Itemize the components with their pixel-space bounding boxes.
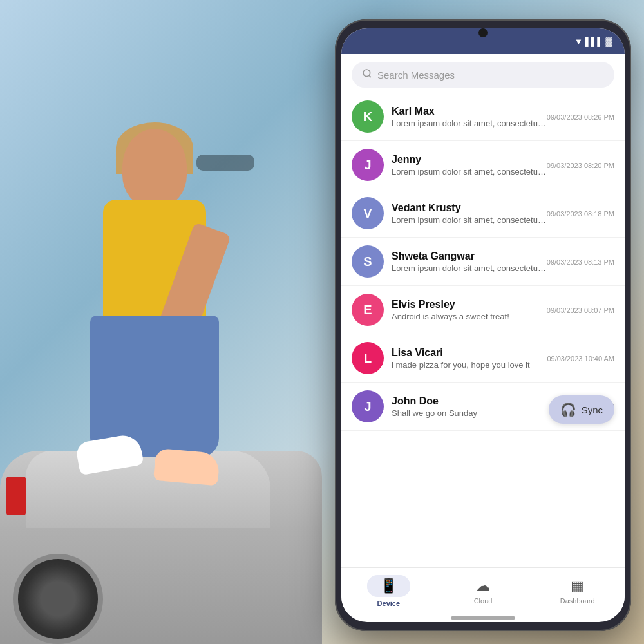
- svg-line-1: [369, 75, 371, 77]
- list-item[interactable]: K Karl Max Lorem ipsum dolor sit amet, c…: [341, 93, 625, 141]
- message-meta: 09/03/2023 08:18 PM: [547, 209, 614, 218]
- search-icon: [362, 68, 372, 81]
- message-preview: Lorem ipsum dolor sit amet, consectetur …: [392, 263, 547, 273]
- sync-icon: 🎧: [560, 402, 576, 417]
- svg-point-0: [363, 70, 370, 77]
- nav-label-device: Device: [377, 600, 400, 607]
- phone-screen: ▼ ▌▌▌ ▓ Search Messages K Karl Max: [341, 28, 625, 622]
- battery-icon: ▓: [606, 37, 612, 46]
- contact-name: Lisa Vicari: [392, 347, 547, 359]
- message-time: 09/03/2023 08:07 PM: [547, 307, 614, 314]
- nav-label-dashboard: Dashboard: [560, 597, 595, 605]
- nav-label-cloud: Cloud: [474, 597, 493, 605]
- list-item[interactable]: V Vedant Krusty Lorem ipsum dolor sit am…: [341, 189, 625, 238]
- avatar: J: [352, 149, 384, 181]
- person-glasses: [196, 155, 254, 171]
- home-indicator: [451, 616, 515, 620]
- contact-name: Karl Max: [392, 106, 547, 117]
- message-preview: Lorem ipsum dolor sit amet, consectetur …: [392, 215, 547, 225]
- message-meta: 09/03/2023 08:20 PM: [547, 160, 614, 169]
- message-time: 09/03/2023 08:20 PM: [547, 162, 614, 169]
- contact-name: Jenny: [392, 154, 547, 166]
- message-preview: Lorem ipsum dolor sit amet, consectetur …: [392, 118, 547, 128]
- dashboard-icon: ▦: [571, 578, 584, 594]
- sync-label: Sync: [582, 404, 603, 415]
- phone-frame: ▼ ▌▌▌ ▓ Search Messages K Karl Max: [335, 19, 631, 631]
- message-preview: Shall we go on Sunday: [392, 408, 563, 418]
- avatar: L: [352, 342, 384, 374]
- contact-name: Elvis Presley: [392, 299, 547, 310]
- wifi-icon: ▼: [574, 37, 583, 46]
- status-icons: ▼ ▌▌▌ ▓: [574, 37, 612, 46]
- message-time: 09/03/2023 08:26 PM: [547, 113, 614, 121]
- search-bar: Search Messages: [341, 54, 625, 93]
- nav-item-device[interactable]: 📱 Device: [341, 575, 436, 607]
- message-content: Vedant Krusty Lorem ipsum dolor sit amet…: [392, 202, 547, 225]
- message-list: K Karl Max Lorem ipsum dolor sit amet, c…: [341, 93, 625, 567]
- person-shoe-left: [75, 433, 144, 476]
- avatar: V: [352, 197, 384, 229]
- message-preview: i made pizza for you, hope you love it: [392, 360, 547, 370]
- message-content: John Doe Shall we go on Sunday: [392, 395, 563, 418]
- avatar: K: [352, 100, 384, 133]
- list-item[interactable]: L Lisa Vicari i made pizza for you, hope…: [341, 334, 625, 383]
- nav-icon-bg: 📱: [367, 575, 410, 597]
- nav-item-dashboard[interactable]: ▦ Dashboard: [530, 578, 625, 605]
- message-meta: 09/03/2023 08:26 PM: [547, 112, 614, 121]
- avatar: E: [352, 294, 384, 326]
- message-time: 09/03/2023 08:13 PM: [547, 258, 614, 266]
- person-jeans: [90, 316, 219, 457]
- message-time: 09/03/2023 10:40 AM: [547, 355, 614, 363]
- cloud-icon: ☁: [476, 578, 490, 594]
- message-content: Lisa Vicari i made pizza for you, hope y…: [392, 347, 547, 370]
- contact-name: Vedant Krusty: [392, 202, 547, 214]
- car-wheel: [13, 554, 103, 644]
- message-content: Shweta Gangwar Lorem ipsum dolor sit ame…: [392, 251, 547, 273]
- avatar: S: [352, 245, 384, 278]
- device-icon: 📱: [380, 578, 397, 594]
- nav-item-cloud[interactable]: ☁ Cloud: [436, 578, 531, 605]
- sync-button[interactable]: 🎧 Sync: [549, 395, 614, 424]
- list-item[interactable]: E Elvis Presley Android is always a swee…: [341, 286, 625, 334]
- contact-name: Shweta Gangwar: [392, 251, 547, 262]
- person: [52, 129, 270, 528]
- message-content: Elvis Presley Android is always a sweet …: [392, 299, 547, 321]
- bottom-nav: 📱 Device ☁ Cloud ▦ Dashboard: [341, 567, 625, 614]
- brake-light: [6, 477, 26, 515]
- search-placeholder-text: Search Messages: [377, 70, 455, 80]
- list-item[interactable]: J Jenny Lorem ipsum dolor sit amet, cons…: [341, 141, 625, 189]
- signal-icon: ▌▌▌: [585, 37, 603, 46]
- message-meta: 09/03/2023 10:40 AM: [547, 354, 614, 363]
- message-content: Jenny Lorem ipsum dolor sit amet, consec…: [392, 154, 547, 176]
- avatar: J: [352, 390, 384, 422]
- camera-notch: [478, 28, 488, 37]
- contact-name: John Doe: [392, 395, 563, 407]
- message-preview: Android is always a sweet treat!: [392, 312, 547, 321]
- message-meta: 09/03/2023 08:13 PM: [547, 257, 614, 266]
- list-item[interactable]: S Shweta Gangwar Lorem ipsum dolor sit a…: [341, 238, 625, 286]
- person-head: [122, 129, 187, 206]
- message-time: 09/03/2023 08:18 PM: [547, 210, 614, 218]
- message-preview: Lorem ipsum dolor sit amet, consectetur …: [392, 167, 547, 176]
- list-item[interactable]: J John Doe Shall we go on Sunday M 🎧 Syn…: [341, 383, 625, 431]
- search-wrapper[interactable]: Search Messages: [352, 62, 614, 88]
- message-meta: 09/03/2023 08:07 PM: [547, 305, 614, 314]
- message-content: Karl Max Lorem ipsum dolor sit amet, con…: [392, 106, 547, 128]
